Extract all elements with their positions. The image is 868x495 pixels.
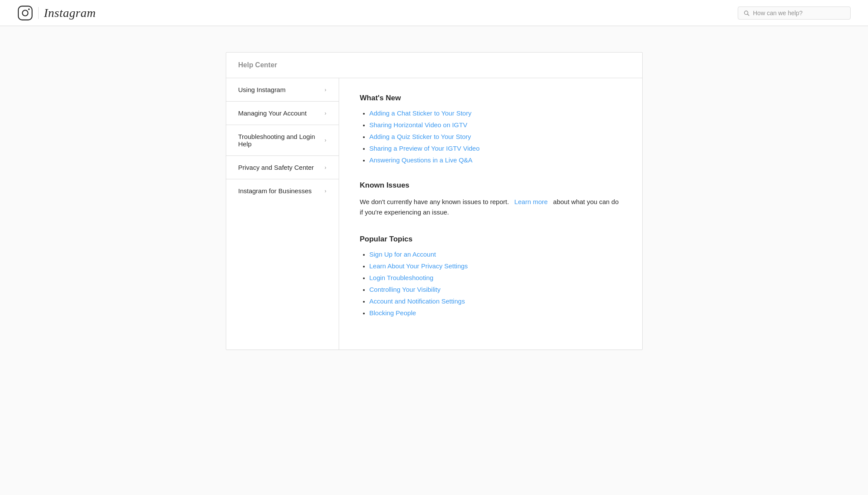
- popular-topics-link-0[interactable]: Sign Up for an Account: [370, 251, 436, 258]
- sidebar-item-label: Privacy and Safety Center: [238, 164, 314, 171]
- search-icon: [743, 10, 749, 16]
- list-item: Answering Questions in a Live Q&A: [370, 156, 621, 164]
- help-center-container: Help Center Using Instagram › Managing Y…: [226, 52, 643, 350]
- known-issues-text: We don't currently have any known issues…: [360, 197, 621, 218]
- popular-topics-title: Popular Topics: [360, 235, 621, 244]
- header-divider: [38, 7, 39, 19]
- list-item: Sign Up for an Account: [370, 251, 621, 258]
- sidebar-item-label: Instagram for Businesses: [238, 187, 312, 195]
- sidebar-item-label: Using Instagram: [238, 86, 286, 93]
- sidebar-item-troubleshooting[interactable]: Troubleshooting and Login Help ›: [226, 125, 339, 156]
- whats-new-link-2[interactable]: Adding a Quiz Sticker to Your Story: [370, 133, 471, 140]
- help-center-body: Using Instagram › Managing Your Account …: [226, 78, 642, 350]
- search-bar[interactable]: [738, 7, 851, 20]
- sidebar-item-businesses[interactable]: Instagram for Businesses ›: [226, 179, 339, 202]
- list-item: Sharing Horizontal Video on IGTV: [370, 121, 621, 129]
- chevron-right-icon: ›: [325, 87, 327, 93]
- list-item: Sharing a Preview of Your IGTV Video: [370, 145, 621, 152]
- logo-area: Instagram: [17, 5, 96, 21]
- sidebar-item-using-instagram[interactable]: Using Instagram ›: [226, 78, 339, 102]
- main-content: What's New Adding a Chat Sticker to Your…: [339, 78, 642, 350]
- chevron-right-icon: ›: [325, 165, 327, 171]
- popular-topics-link-3[interactable]: Controlling Your Visibility: [370, 286, 441, 293]
- known-issues-text-before: We don't currently have any known issues…: [360, 198, 509, 205]
- list-item: Login Troubleshooting: [370, 274, 621, 281]
- popular-topics-link-4[interactable]: Account and Notification Settings: [370, 297, 465, 305]
- sidebar: Using Instagram › Managing Your Account …: [226, 78, 339, 350]
- list-item: Controlling Your Visibility: [370, 286, 621, 293]
- known-issues-title: Known Issues: [360, 181, 621, 190]
- chevron-right-icon: ›: [325, 110, 327, 116]
- instagram-logo-icon: [17, 5, 33, 21]
- sidebar-item-label: Managing Your Account: [238, 109, 307, 117]
- known-issues-space2: [550, 198, 551, 205]
- popular-topics-link-1[interactable]: Learn About Your Privacy Settings: [370, 262, 468, 270]
- learn-more-link[interactable]: Learn more: [515, 198, 548, 205]
- popular-topics-link-5[interactable]: Blocking People: [370, 309, 416, 317]
- list-item: Adding a Chat Sticker to Your Story: [370, 109, 621, 117]
- whats-new-link-3[interactable]: Sharing a Preview of Your IGTV Video: [370, 145, 480, 152]
- whats-new-title: What's New: [360, 94, 621, 102]
- sidebar-item-privacy-safety[interactable]: Privacy and Safety Center ›: [226, 156, 339, 179]
- whats-new-list: Adding a Chat Sticker to Your Story Shar…: [360, 109, 621, 164]
- list-item: Adding a Quiz Sticker to Your Story: [370, 133, 621, 140]
- sidebar-item-label: Troubleshooting and Login Help: [238, 133, 325, 148]
- whats-new-link-0[interactable]: Adding a Chat Sticker to Your Story: [370, 109, 472, 117]
- instagram-text-logo: Instagram: [44, 6, 96, 20]
- whats-new-section: What's New Adding a Chat Sticker to Your…: [360, 94, 621, 164]
- svg-line-4: [748, 14, 749, 15]
- header: Instagram: [0, 0, 868, 26]
- svg-rect-0: [18, 6, 32, 20]
- popular-topics-section: Popular Topics Sign Up for an Account Le…: [360, 235, 621, 317]
- list-item: Blocking People: [370, 309, 621, 317]
- help-center-header: Help Center: [226, 53, 642, 78]
- list-item: Learn About Your Privacy Settings: [370, 262, 621, 270]
- help-center-title: Help Center: [238, 61, 277, 69]
- whats-new-link-1[interactable]: Sharing Horizontal Video on IGTV: [370, 121, 468, 129]
- page-content: Help Center Using Instagram › Managing Y…: [217, 52, 651, 350]
- known-issues-space: [511, 198, 512, 205]
- popular-topics-link-2[interactable]: Login Troubleshooting: [370, 274, 434, 281]
- sidebar-item-managing-your-account[interactable]: Managing Your Account ›: [226, 102, 339, 125]
- whats-new-link-4[interactable]: Answering Questions in a Live Q&A: [370, 156, 473, 164]
- popular-topics-list: Sign Up for an Account Learn About Your …: [360, 251, 621, 317]
- list-item: Account and Notification Settings: [370, 297, 621, 305]
- known-issues-section: Known Issues We don't currently have any…: [360, 181, 621, 218]
- svg-point-2: [28, 8, 30, 10]
- chevron-right-icon: ›: [325, 188, 327, 194]
- svg-point-1: [23, 10, 28, 16]
- chevron-right-icon: ›: [325, 137, 327, 143]
- search-input[interactable]: [753, 10, 845, 16]
